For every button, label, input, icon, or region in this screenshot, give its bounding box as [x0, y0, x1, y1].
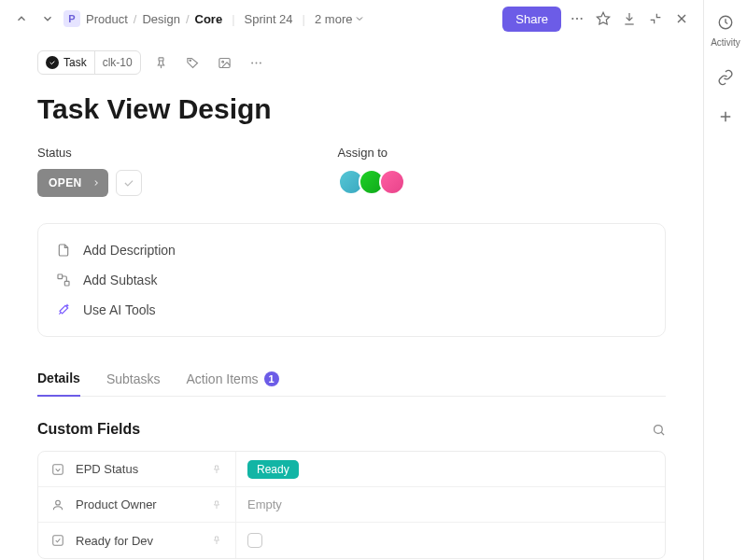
tag-icon[interactable]: [182, 51, 204, 74]
breadcrumb: P Product / Design / Core | Sprint 24 | …: [63, 10, 497, 27]
person-field-icon: [51, 498, 66, 511]
cf-value-cell[interactable]: [236, 533, 665, 548]
plus-icon[interactable]: [716, 107, 735, 126]
add-description-button[interactable]: Add Description: [42, 235, 661, 265]
subtask-icon: [55, 273, 72, 287]
task-status-dot-icon: [46, 56, 59, 69]
assignee-avatars[interactable]: [338, 169, 405, 195]
svg-rect-14: [58, 274, 63, 279]
pin-icon[interactable]: [211, 499, 222, 511]
task-chip[interactable]: Task clk-10: [37, 50, 141, 75]
image-icon[interactable]: [214, 51, 236, 74]
svg-point-1: [576, 18, 578, 20]
collapse-up-icon[interactable]: [11, 8, 32, 29]
use-ai-tools-label: Use AI Tools: [83, 302, 156, 317]
status-value: OPEN: [49, 176, 82, 189]
assign-section: Assign to: [338, 146, 405, 197]
tab-action-items[interactable]: Action Items 1: [187, 362, 279, 396]
custom-fields-table: EPD Status Ready Product Owner: [37, 451, 666, 559]
ready-for-dev-checkbox[interactable]: [247, 533, 262, 548]
add-description-label: Add Description: [83, 243, 176, 258]
share-button[interactable]: Share: [502, 7, 561, 32]
cf-label: EPD Status: [76, 462, 138, 476]
topbar: P Product / Design / Core | Sprint 24 | …: [0, 0, 703, 37]
expand-down-icon[interactable]: [37, 8, 58, 29]
activity-label: Activity: [711, 37, 740, 48]
tab-details[interactable]: Details: [37, 361, 80, 397]
svg-point-0: [571, 18, 573, 20]
table-row: Product Owner Empty: [38, 487, 665, 523]
tab-subtasks[interactable]: Subtasks: [106, 362, 161, 396]
download-icon[interactable]: [619, 8, 640, 29]
svg-point-13: [260, 62, 261, 63]
svg-rect-22: [53, 536, 63, 546]
more-options-icon[interactable]: [567, 8, 587, 29]
dropdown-field-icon: [51, 463, 66, 476]
right-sidebar: Activity: [704, 0, 747, 560]
breadcrumb-product[interactable]: Product: [86, 12, 128, 26]
complete-check-button[interactable]: [116, 170, 142, 196]
space-badge[interactable]: P: [63, 10, 80, 27]
task-chip-label: Task: [63, 56, 87, 69]
ai-sparkle-icon: [55, 302, 72, 317]
custom-fields-heading: Custom Fields: [37, 421, 140, 438]
use-ai-tools-button[interactable]: Use AI Tools: [42, 295, 661, 325]
task-chips: Task clk-10: [37, 50, 666, 75]
status-section: Status OPEN: [37, 146, 142, 197]
svg-marker-3: [597, 12, 609, 24]
tabs: Details Subtasks Action Items 1: [37, 361, 666, 397]
breadcrumb-core[interactable]: Core: [195, 12, 223, 26]
add-subtask-label: Add Subtask: [83, 273, 157, 287]
svg-rect-15: [64, 281, 69, 286]
tab-action-items-label: Action Items: [187, 371, 259, 386]
search-icon[interactable]: [652, 423, 666, 437]
breadcrumb-more[interactable]: 2 more: [315, 12, 365, 26]
svg-rect-18: [53, 464, 63, 474]
svg-point-2: [581, 18, 583, 20]
empty-value: Empty: [247, 497, 282, 511]
breadcrumb-sprint[interactable]: Sprint 24: [245, 12, 293, 26]
description-icon: [55, 243, 72, 258]
svg-point-12: [256, 62, 258, 63]
cf-label: Product Owner: [76, 497, 157, 511]
more-chip-icon[interactable]: [246, 51, 268, 74]
action-items-badge: 1: [264, 371, 279, 386]
quick-actions-card: Add Description Add Subtask Use AI Tools: [37, 223, 666, 337]
svg-rect-9: [219, 58, 230, 67]
table-row: Ready for Dev: [38, 523, 665, 558]
cf-value-cell[interactable]: Ready: [236, 460, 665, 479]
pin-icon[interactable]: [211, 535, 222, 546]
activity-icon[interactable]: [716, 13, 735, 32]
table-row: EPD Status Ready: [38, 452, 665, 487]
svg-point-10: [222, 61, 224, 63]
add-subtask-button[interactable]: Add Subtask: [42, 265, 661, 295]
status-pill[interactable]: OPEN: [37, 169, 108, 197]
link-icon[interactable]: [716, 68, 735, 87]
checkbox-field-icon: [51, 534, 66, 547]
avatar[interactable]: [379, 169, 405, 195]
task-id: clk-10: [95, 56, 140, 69]
minimize-icon[interactable]: [645, 8, 666, 29]
close-icon[interactable]: [671, 8, 692, 29]
pin-icon[interactable]: [211, 464, 222, 475]
pin-icon[interactable]: [150, 51, 173, 74]
cf-label: Ready for Dev: [76, 534, 153, 548]
chevron-right-icon: [92, 178, 101, 188]
breadcrumb-design[interactable]: Design: [142, 12, 179, 26]
assign-label: Assign to: [338, 146, 405, 160]
svg-line-17: [661, 432, 664, 435]
page-title: Task View Design: [37, 93, 666, 125]
status-tag: Ready: [247, 460, 299, 479]
breadcrumb-more-label: 2 more: [315, 12, 352, 26]
svg-point-8: [190, 59, 191, 61]
cf-value-cell[interactable]: Empty: [236, 497, 665, 511]
status-label: Status: [37, 146, 142, 160]
svg-rect-6: [159, 57, 163, 60]
svg-point-11: [251, 62, 253, 63]
svg-point-16: [655, 425, 663, 433]
star-icon[interactable]: [593, 8, 613, 29]
svg-point-20: [56, 500, 61, 505]
